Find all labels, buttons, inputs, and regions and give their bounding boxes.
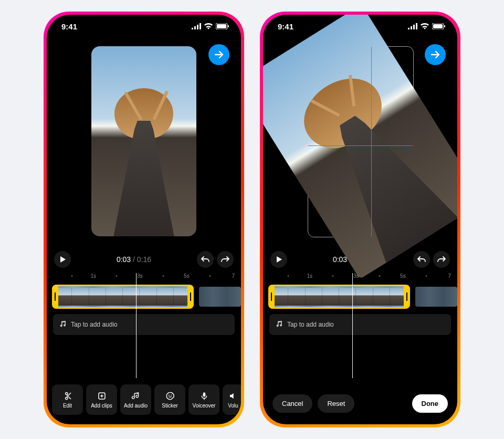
clip-selected[interactable] [268, 285, 410, 309]
cellular-icon [408, 23, 417, 29]
add-audio-bar[interactable]: Tap to add audio [269, 314, 451, 335]
time-current: 0:03 [117, 255, 131, 264]
crop-action-row: Cancel Reset Done [263, 394, 457, 413]
mic-icon [200, 391, 209, 401]
play-icon [59, 256, 66, 263]
transport-bar: 0:03 / 0:16 [47, 248, 241, 271]
trim-handle-left[interactable] [268, 286, 275, 307]
music-add-icon [131, 391, 141, 401]
crop-preview[interactable] [263, 38, 457, 248]
undo-button[interactable] [197, 251, 214, 268]
clip-selected[interactable] [52, 285, 194, 309]
status-time: 9:41 [61, 22, 77, 31]
sticker-button[interactable]: Sticker [154, 384, 185, 415]
trim-handle-right[interactable] [187, 286, 194, 307]
clip-unselected[interactable] [199, 287, 241, 307]
scissors-icon [63, 391, 72, 401]
svg-point-4 [168, 394, 169, 395]
redo-icon [437, 256, 446, 263]
add-audio-button[interactable]: Add audio [120, 384, 151, 415]
phone-crop: 9:41 0:03 / 0:16 1s 3s [260, 12, 460, 427]
reset-button[interactable]: Reset [318, 394, 354, 413]
add-audio-label: Tap to add audio [287, 321, 334, 328]
svg-rect-1 [217, 24, 226, 28]
wifi-icon [421, 23, 429, 29]
volume-button[interactable]: Volu [223, 384, 241, 415]
undo-icon [417, 256, 426, 263]
trim-handle-left[interactable] [52, 286, 58, 307]
status-icons [192, 23, 229, 29]
svg-rect-8 [433, 24, 443, 28]
svg-rect-9 [444, 25, 445, 27]
status-time: 9:41 [278, 22, 293, 31]
battery-icon [432, 23, 446, 29]
volume-icon [228, 391, 238, 401]
play-icon [275, 256, 282, 263]
clip-unselected[interactable] [415, 287, 457, 307]
play-button[interactable] [54, 251, 71, 268]
time-total: 0:16 [137, 255, 151, 264]
done-button[interactable]: Done [412, 394, 448, 413]
add-clips-button[interactable]: Add clips [86, 384, 117, 415]
status-bar: 9:41 [47, 15, 241, 38]
play-button[interactable] [270, 251, 287, 268]
playhead[interactable] [352, 273, 353, 378]
time-current: 0:03 [333, 255, 347, 264]
crop-frame[interactable] [308, 46, 414, 237]
undo-icon [201, 256, 209, 263]
wifi-icon [204, 23, 213, 29]
playhead[interactable] [136, 273, 136, 378]
crop-gridline-h [308, 145, 413, 146]
svg-rect-2 [228, 25, 229, 27]
edit-button[interactable]: Edit [52, 384, 83, 415]
music-icon [59, 321, 67, 328]
editor-toolbar: Edit Add clips Add audio Sticker Voiceov… [47, 384, 241, 415]
add-audio-bar[interactable]: Tap to add audio [53, 314, 235, 335]
timeline-ruler: 1s 3s 5s 7 [263, 271, 457, 283]
svg-rect-6 [203, 392, 205, 396]
svg-point-5 [171, 394, 172, 395]
battery-icon [216, 23, 229, 29]
preview-frame [91, 46, 196, 236]
redo-button[interactable] [433, 251, 450, 268]
undo-button[interactable] [413, 251, 430, 268]
clip-add-icon [97, 391, 107, 401]
timeline[interactable] [47, 285, 241, 309]
cellular-icon [192, 23, 201, 29]
cancel-button[interactable]: Cancel [272, 394, 312, 413]
timeline-ruler: 1s 3s 5s 7 [47, 271, 241, 283]
crop-gridline-v [371, 47, 372, 237]
redo-icon [221, 256, 229, 263]
status-icons [408, 23, 446, 29]
video-preview[interactable] [47, 38, 241, 248]
redo-button[interactable] [217, 251, 234, 268]
time-display: 0:03 / 0:16 [71, 255, 197, 264]
trim-handle-right[interactable] [404, 286, 410, 307]
add-audio-label: Tap to add audio [71, 321, 118, 328]
timeline[interactable] [263, 285, 457, 309]
music-icon [276, 321, 283, 328]
voiceover-button[interactable]: Voiceover [188, 384, 219, 415]
sticker-icon [165, 391, 175, 401]
phone-editor: 9:41 0:03 / 0:16 1s 3s 5s [44, 12, 244, 427]
